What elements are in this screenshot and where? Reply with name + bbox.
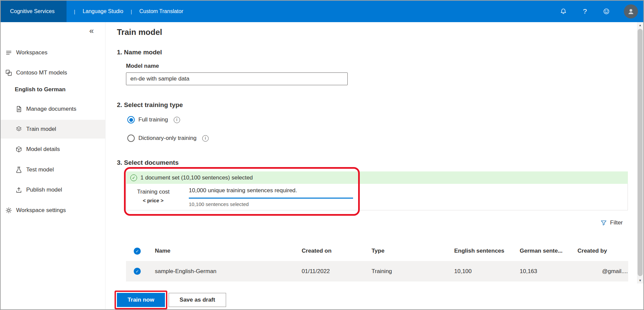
app-window: Cognitive Services | Language Studio | C… [0,0,644,310]
selection-success-banner: ✓ 1 document set (10,100 sentences) sele… [126,171,628,184]
cell-english-sentences: 10,100 [454,261,472,281]
filter-label: Filter [610,219,623,226]
column-header-english-sentences[interactable]: English sentences [454,244,504,258]
selection-banner-text: 1 document set (10,100 sentences) select… [140,174,253,181]
column-header-type[interactable]: Type [372,244,384,258]
training-requirement-text: 10,000 unique training sentences require… [189,187,297,194]
model-name-input[interactable] [126,72,348,85]
nav-separator: | [74,9,75,14]
model-name-label: Model name [126,63,159,69]
filter-funnel-icon [600,219,607,226]
train-model-icon [15,125,23,133]
full-training-label: Full training [138,116,168,123]
sidebar-item-label: Publish model [26,187,62,193]
brand-cognitive-services[interactable]: Cognitive Services [1,1,67,22]
vertical-scrollbar[interactable]: ▲ ▼ [637,22,643,283]
brand-label: Cognitive Services [10,8,55,14]
full-training-radio[interactable] [127,116,135,123]
train-now-button[interactable]: Train now [117,293,165,307]
dictionary-training-radio[interactable] [127,135,135,142]
feedback-smiley-icon[interactable] [602,7,610,15]
workspaces-icon [5,49,13,57]
column-header-name[interactable]: Name [155,244,170,258]
sidebar-item-contoso-mt-models[interactable]: Contoso MT models [1,63,105,82]
topbar-actions: ? [559,4,643,18]
sentences-selected-text: 10,100 sentences selected [189,201,249,207]
sidebar-project-label: English to German [15,86,66,93]
translate-models-icon [5,69,13,77]
sidebar-item-workspace-settings[interactable]: Workspace settings [1,201,105,220]
sidebar-item-label: Test model [26,166,54,173]
sidebar-item-label: Model details [26,146,60,153]
scrollbar-up-arrow[interactable]: ▲ [637,22,643,28]
sidebar-item-label: Train model [26,126,56,133]
sidebar: « Workspaces Contoso MT models English t… [1,22,105,309]
sidebar-item-label: Workspace settings [16,207,66,214]
sidebar-item-model-details[interactable]: Model details [1,140,105,159]
help-icon[interactable]: ? [581,7,589,15]
nav-separator: | [131,9,132,14]
column-header-created-by[interactable]: Created by [577,244,607,258]
gear-icon [5,206,13,214]
radio-dot [129,118,133,122]
notifications-bell-icon[interactable] [559,7,567,15]
sidebar-item-test-model[interactable]: Test model [1,160,105,179]
info-icon[interactable]: i [174,117,180,123]
cell-german-sentences: 10,163 [520,261,537,281]
cell-created-on: 01/11/2022 [302,261,330,281]
column-header-german-sentences[interactable]: German sente... [520,244,563,258]
cell-name: sample-English-German [155,261,216,281]
sidebar-item-manage-documents[interactable]: Manage documents [1,100,105,118]
cell-created-by: @gmail.... [602,261,628,281]
sidebar-item-label: Manage documents [26,106,76,112]
nav-custom-translator[interactable]: Custom Translator [139,8,183,14]
main-content: Train model 1. Name model Model name 2. … [105,22,636,309]
training-cost-panel: Training cost < price > 10,000 unique tr… [126,184,628,210]
sidebar-project-english-to-german: English to German [1,80,105,99]
sidebar-item-label: Workspaces [16,49,47,56]
filter-button[interactable]: Filter [600,219,623,226]
dictionary-training-label: Dictionary-only training [138,135,197,142]
scrollbar-down-arrow[interactable]: ▼ [637,277,643,283]
cube-icon [15,145,23,153]
sidebar-item-label: Contoso MT models [16,69,67,76]
info-icon[interactable]: i [202,135,209,142]
section-heading-name-model: 1. Name model [117,49,162,56]
top-bar: Cognitive Services | Language Studio | C… [1,1,643,22]
column-header-created-on[interactable]: Created on [302,244,332,258]
save-as-draft-button[interactable]: Save as draft [169,293,226,307]
help-glyph: ? [583,7,587,15]
tooltip-divider [189,198,353,199]
top-nav: | Language Studio | Custom Translator [67,8,183,14]
flask-icon [15,166,23,174]
training-cost-value: < price > [143,198,164,203]
radio-row-dictionary-training: Dictionary-only training i [127,133,209,143]
sidebar-collapse-button[interactable]: « [89,27,94,35]
scrollbar-thumb[interactable] [638,29,643,276]
sidebar-item-train-model[interactable]: Train model [1,120,105,139]
section-heading-training-type: 2. Select training type [117,101,183,109]
page-title: Train model [117,28,162,37]
account-avatar[interactable] [624,4,638,18]
nav-language-studio[interactable]: Language Studio [83,8,123,14]
radio-row-full-training: Full training i [127,115,180,125]
sidebar-item-publish-model[interactable]: Publish model [1,180,105,199]
section-heading-select-documents: 3. Select documents [117,159,179,166]
cell-type: Training [372,261,392,281]
select-all-checkbox[interactable]: ✓ [134,248,141,255]
sidebar-item-workspaces[interactable]: Workspaces [1,43,105,62]
success-check-icon: ✓ [130,174,137,181]
document-icon [15,105,23,113]
row-checkbox[interactable]: ✓ [134,268,141,275]
publish-upload-icon [15,186,23,194]
training-cost-label: Training cost [137,189,170,195]
